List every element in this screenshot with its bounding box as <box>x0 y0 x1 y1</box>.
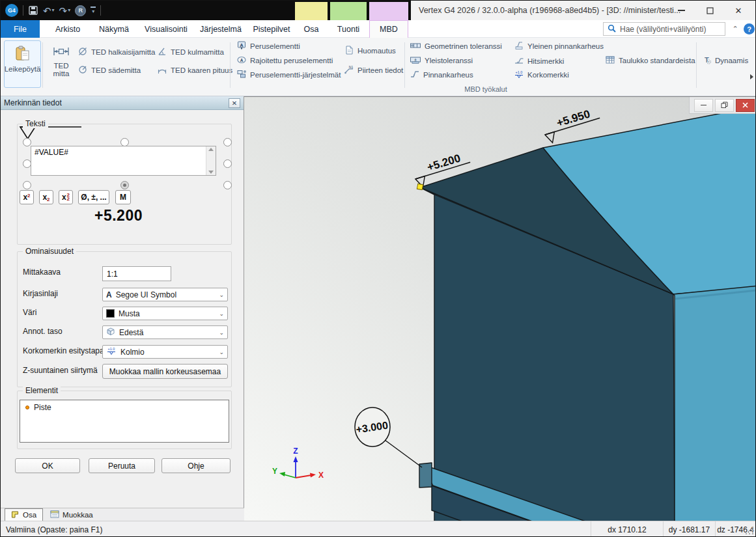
edit-elevation-button[interactable]: Muokkaa mallin korkeusasemaa <box>102 364 228 379</box>
ted-kaaren-pituus-button[interactable]: TED kaaren pituus <box>157 64 232 77</box>
sub-mark: 2 <box>67 197 70 201</box>
maximize-button[interactable] <box>695 1 724 20</box>
tab-osa[interactable]: Osa <box>295 20 328 38</box>
svg-text:N1: N1 <box>349 65 354 69</box>
tab-mbd[interactable]: MBD <box>369 20 408 38</box>
font-dropdown[interactable]: A Segoe UI Symbol ⌄ <box>102 288 228 301</box>
ted-halkaisijamitta-button[interactable]: TED halkaisijamitta <box>77 46 155 59</box>
z-axis-label: Z <box>293 447 298 456</box>
scale-input[interactable] <box>102 266 171 281</box>
tab-pistepilvet[interactable]: Pistepilvet <box>248 20 295 38</box>
cube-icon <box>106 327 115 338</box>
tab-nakyma[interactable]: Näkymä <box>92 20 136 38</box>
resize-grip[interactable] <box>746 527 753 534</box>
search-box <box>603 22 725 36</box>
minimize-button[interactable] <box>667 1 695 20</box>
collapse-ribbon-icon[interactable]: ⌃ <box>731 24 740 33</box>
undo-button[interactable]: ↶▾ <box>43 6 55 16</box>
help-button[interactable]: ? <box>744 23 755 34</box>
color-dropdown[interactable]: Musta ⌄ <box>102 307 228 320</box>
dialog-close-icon[interactable]: ✕ <box>229 98 240 108</box>
ted-sademitta-button[interactable]: TED sädemitta <box>77 64 141 77</box>
selected-point-marker[interactable] <box>417 184 423 189</box>
tab-file[interactable]: File <box>1 20 40 38</box>
status-dx: dx 1710.12 <box>591 521 663 537</box>
tab-arkisto[interactable]: Arkisto <box>46 20 89 38</box>
textarea-scrollbar[interactable] <box>206 146 216 175</box>
viewport-restore-button[interactable] <box>715 99 734 112</box>
elements-list[interactable]: Piste <box>20 400 229 443</box>
subscript-button[interactable]: x2 <box>39 190 53 204</box>
dynaaminen-button[interactable]: T Dynaamis <box>701 54 748 67</box>
close-button[interactable]: ✕ <box>724 1 753 20</box>
color-swatch <box>106 309 115 318</box>
style-value: Kolmio <box>120 348 145 357</box>
button-label: Hitsimerkki <box>527 57 564 65</box>
dynamic-text-icon: T <box>701 55 712 66</box>
anchor-radio-bottom-left[interactable] <box>23 181 31 189</box>
doc-tab-osa[interactable]: Osa <box>5 508 43 521</box>
huomautus-button[interactable]: Huomautus <box>344 44 396 57</box>
yleistoleranssi-button[interactable]: ± Yleistoleranssi <box>410 54 473 67</box>
anchor-radio-middle-right[interactable] <box>223 159 232 168</box>
ted-mitta-button[interactable]: TED mitta <box>46 40 76 88</box>
peruselementti-button[interactable]: A Peruselementti <box>236 40 300 53</box>
annotation-text-area[interactable]: #VALUE# <box>31 146 206 175</box>
viewport-canvas[interactable]: +5.950 +5.200 +3.000 Z <box>244 97 756 521</box>
anchor-radio-top-right[interactable] <box>223 138 232 146</box>
document-tab-bar: Osa Muokkaa <box>1 508 244 521</box>
cancel-button[interactable]: Peruuta <box>89 458 155 473</box>
clipboard-label: Leikepöytä <box>5 65 41 73</box>
material-symbol-button[interactable]: M <box>115 190 131 204</box>
symbols-button[interactable]: Ø, ±, ... <box>78 190 109 204</box>
plane-value: Edestä <box>119 328 143 337</box>
save-icon[interactable] <box>28 5 38 16</box>
3d-viewport[interactable]: +5.950 +5.200 +3.000 Z <box>244 96 756 521</box>
elevation-mark-icon: +1.0 <box>514 70 524 81</box>
help-button-dialog[interactable]: Ohje <box>161 458 231 473</box>
piirteen-tiedot-button[interactable]: N1 Piirteen tiedot <box>344 64 403 77</box>
search-input[interactable] <box>620 25 721 34</box>
doc-tab-muokkaa[interactable]: Muokkaa <box>44 508 99 521</box>
geometrinen-toleranssi-button[interactable]: Geometrinen toleranssi <box>410 40 502 53</box>
superscript-button[interactable]: x2 <box>20 190 34 204</box>
window-title: Vertex G4 2026 / 32.0.0-alpha (r196968-a… <box>411 6 680 15</box>
taulukko-standardeista-button[interactable]: Taulukko standardeista <box>605 54 695 67</box>
color-label: Väri <box>23 308 36 317</box>
geometric-tolerance-icon <box>410 40 421 52</box>
korkomerkki-button[interactable]: +1.0 Korkomerkki <box>514 68 569 81</box>
style-dropdown[interactable]: +1.0 Kolmio ⌄ <box>102 345 228 359</box>
pinnankarheus-button[interactable]: Pinnankarheus <box>410 68 473 81</box>
peruselementti-jarjestelmat-button[interactable]: Peruselementti-järjestelmät <box>236 68 341 81</box>
app-logo[interactable]: G4 <box>5 4 18 17</box>
scroll-down-icon[interactable] <box>208 171 214 174</box>
elements-group-label: Elementit <box>23 386 61 395</box>
scroll-up-icon[interactable] <box>208 148 214 151</box>
hitsimerkki-button[interactable]: Hitsimerkki <box>514 55 564 68</box>
clipboard-button[interactable]: Leikepöytä <box>4 40 41 88</box>
list-item[interactable]: Piste <box>20 400 229 415</box>
rajoitettu-peruselementti-button[interactable]: A Rajoitettu peruselementti <box>236 54 333 67</box>
button-label: TED halkaisijamitta <box>91 48 155 56</box>
text-group-label: Teksti <box>23 119 48 128</box>
anchor-radio-bottom-right[interactable] <box>223 181 232 189</box>
svg-text:A: A <box>240 58 244 62</box>
tab-visualisointi[interactable]: Visualisointi <box>139 20 193 38</box>
qat-separator <box>23 5 23 16</box>
ted-kulmamitta-button[interactable]: TED kulmamitta <box>157 46 224 59</box>
tab-jarjestelma[interactable]: Järjestelmä <box>196 20 245 38</box>
viewport-close-button[interactable] <box>736 99 755 112</box>
qat-customize-button[interactable]: ▾ <box>91 7 96 14</box>
dialog-titlebar[interactable]: Merkinnän tiedot ✕ <box>1 96 244 110</box>
anchor-radio-bottom-center[interactable] <box>120 181 129 189</box>
tab-tuonti[interactable]: Tuonti <box>330 20 367 38</box>
repeat-command-button[interactable]: R <box>75 5 86 16</box>
ok-button[interactable]: OK <box>15 458 80 473</box>
yleinen-pinnankarheus-button[interactable]: Yleinen pinnankarheus <box>514 40 604 53</box>
ribbon-more-arrow[interactable] <box>750 74 753 79</box>
sup-sub-button[interactable]: x 22 <box>59 190 73 204</box>
plane-dropdown[interactable]: Edestä ⌄ <box>102 325 228 339</box>
list-item-label: Piste <box>34 403 51 412</box>
viewport-minimize-button[interactable] <box>694 99 713 112</box>
redo-button[interactable]: ↷▾ <box>59 6 71 16</box>
